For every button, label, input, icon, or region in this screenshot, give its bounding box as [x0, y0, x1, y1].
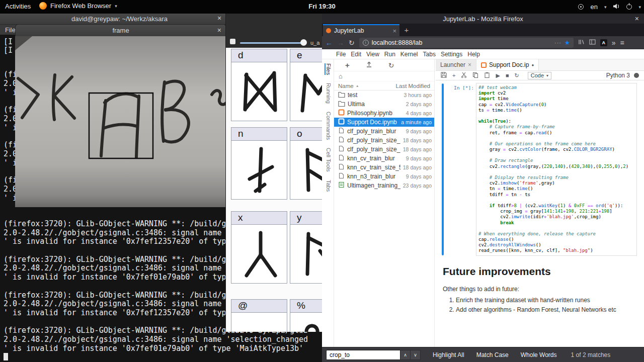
power-icon[interactable]: [626, 4, 632, 10]
run-icon[interactable]: ▶: [496, 73, 500, 78]
close-icon[interactable]: ×: [635, 15, 639, 23]
library-icon[interactable]: [578, 38, 585, 47]
restart-kernel-icon[interactable]: ↻: [515, 73, 519, 78]
column-modified[interactable]: Last Modified: [396, 83, 430, 89]
copy-icon[interactable]: [472, 71, 478, 80]
menu-settings[interactable]: Settings: [441, 51, 462, 58]
upload-icon[interactable]: [366, 61, 372, 70]
screencast-icon[interactable]: [578, 4, 584, 10]
file-row[interactable]: Ultimagen_training_ns...23 days ago: [334, 181, 434, 190]
file-row[interactable]: clf_poly_train_size_10...18 days ago: [334, 136, 434, 145]
doc-tab-launcher[interactable]: Launcher ×: [436, 59, 476, 70]
file-row[interactable]: clf_poly_train_blur9 days ago: [334, 127, 434, 136]
new-tab-button[interactable]: +: [399, 24, 414, 36]
doc-tab-support-doc[interactable]: Support Doc.ip ●: [476, 59, 539, 70]
frame-titlebar[interactable]: frame ×: [15, 24, 226, 36]
breadcrumb[interactable]: ⌂: [334, 71, 434, 81]
file-row[interactable]: knn_cv_train_size_5pct18 days ago: [334, 163, 434, 172]
viewer-icon[interactable]: [230, 39, 235, 44]
cut-icon[interactable]: [461, 71, 467, 80]
bookmark-star-icon[interactable]: ★: [565, 39, 570, 46]
menu-icon[interactable]: ≡: [620, 39, 624, 46]
match-case-toggle[interactable]: Match Case: [476, 351, 509, 358]
find-next-icon[interactable]: ∨: [411, 350, 421, 360]
home-icon[interactable]: ⌂: [339, 72, 343, 80]
column-name[interactable]: Name: [338, 83, 354, 89]
notebook-toolbar: + ▶ ■ ↻ Code ▾ Python 3: [436, 71, 644, 80]
browser-tab-jupyterlab[interactable]: JupyterLab ×: [323, 24, 399, 36]
insert-cell-icon[interactable]: +: [452, 73, 455, 78]
file-row[interactable]: Support Doc.ipynba minute ago: [334, 118, 434, 127]
code-cell-editor[interactable]: ## test webcamimport cv2import timecap =…: [476, 83, 637, 256]
sidebars-icon[interactable]: [589, 38, 596, 47]
url-bar[interactable]: i localhost:8888/lab ··· ★: [359, 38, 574, 48]
file-row[interactable]: Ultima2 days ago: [334, 100, 434, 109]
file-row[interactable]: clf_poly_train_size_5pct18 days ago: [334, 145, 434, 154]
app-menu[interactable]: Firefox Web Browser ▾: [39, 2, 117, 10]
file-row[interactable]: test3 hours ago: [334, 90, 434, 100]
file-row[interactable]: knn_n3_train_blur9 days ago: [334, 172, 434, 181]
menu-tabs[interactable]: Tabs: [423, 51, 436, 58]
overflow-icon[interactable]: »: [612, 39, 616, 46]
rune-cell-label: d: [231, 49, 287, 62]
sidebar-tab-tabs[interactable]: Tabs: [325, 180, 332, 192]
rune-cell-label: e: [290, 49, 326, 62]
close-icon[interactable]: ×: [217, 26, 221, 34]
tab-close-icon[interactable]: ×: [468, 61, 471, 68]
chevron-down-icon[interactable]: ▾: [638, 5, 641, 10]
paste-icon[interactable]: [484, 71, 490, 80]
site-info-icon[interactable]: i: [363, 40, 369, 46]
refresh-icon[interactable]: ↻: [388, 61, 394, 69]
markdown-list-item: Add other algorithms - Random Forest, Ne…: [456, 306, 637, 313]
save-icon[interactable]: [441, 71, 447, 80]
menu-kernel[interactable]: Kernel: [400, 51, 418, 58]
file-list-header[interactable]: Name ▲ Last Modified: [334, 81, 434, 90]
slider-track[interactable]: [240, 42, 304, 44]
rune-cell: x: [231, 211, 287, 284]
clock[interactable]: Fri 19:30: [299, 3, 345, 10]
code-line: if tdiff>8 | (cv2.waitKey(1) & 0xFF == o…: [478, 203, 634, 209]
forward-button[interactable]: →: [337, 39, 344, 46]
reload-button[interactable]: ↻: [349, 39, 355, 46]
cell-type-select[interactable]: Code ▾: [528, 72, 551, 79]
menu-view[interactable]: View: [366, 51, 379, 58]
file-name: knn_n3_train_blur: [347, 173, 404, 180]
menu-run[interactable]: Run: [384, 51, 395, 58]
yr-rune-icon: [290, 225, 326, 283]
new-launcher-icon[interactable]: +: [345, 61, 350, 69]
kernel-name[interactable]: Python 3: [606, 72, 630, 79]
file-row[interactable]: knn_cv_train_blur9 days ago: [334, 154, 434, 163]
file-row[interactable]: Philosophy.ipynb4 days ago: [334, 109, 434, 118]
tab-close-icon[interactable]: ×: [392, 27, 396, 35]
page-actions-icon[interactable]: ···: [554, 40, 561, 46]
url-text[interactable]: localhost:8888/lab: [372, 39, 551, 46]
highlight-all-toggle[interactable]: Highlight All: [433, 351, 464, 358]
slider-knob[interactable]: [300, 39, 307, 46]
code-line: # Our operations on the frame come here: [478, 141, 634, 147]
markdown-cell[interactable]: Future improvements Other things to add …: [443, 265, 637, 316]
markdown-heading: Future improvements: [443, 265, 637, 278]
find-input[interactable]: [326, 350, 400, 360]
sidebar-tab-cell-tools[interactable]: Cell Tools: [325, 148, 332, 172]
sidebar-tab-files[interactable]: Files: [325, 63, 332, 75]
menu-file[interactable]: File: [336, 51, 346, 58]
close-icon[interactable]: ×: [217, 14, 221, 22]
tab-title: JupyterLab: [334, 27, 389, 34]
active-cell-collapser[interactable]: [442, 83, 444, 255]
firefox-titlebar[interactable]: JupyterLab - Mozilla Firefox ×: [322, 14, 644, 24]
sidebar-tab-running[interactable]: Running: [325, 83, 332, 104]
file-modified: 9 days ago: [406, 173, 432, 179]
activities-button[interactable]: Activities: [5, 3, 31, 10]
folder-icon: [338, 100, 345, 108]
menu-edit[interactable]: Edit: [351, 51, 361, 58]
keyboard-layout[interactable]: en: [590, 3, 597, 11]
volume-icon[interactable]: [613, 3, 620, 11]
stop-icon[interactable]: ■: [506, 73, 509, 78]
sidebar-tab-commands[interactable]: Commands: [325, 112, 332, 140]
whole-words-toggle[interactable]: Whole Words: [521, 351, 557, 358]
find-previous-icon[interactable]: ∧: [400, 350, 411, 360]
terminal-menu-file[interactable]: File: [5, 26, 16, 34]
back-button[interactable]: ←: [326, 39, 333, 46]
menu-help[interactable]: Help: [467, 51, 480, 58]
extension-a-icon[interactable]: A: [600, 39, 607, 46]
